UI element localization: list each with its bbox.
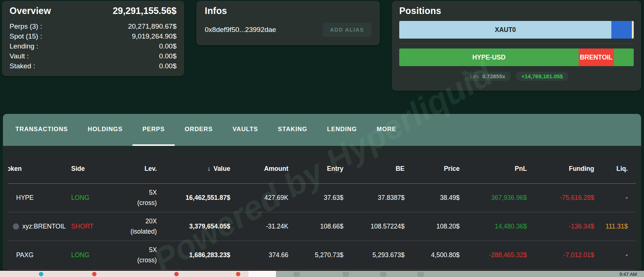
overview-label: Vault : (10, 51, 29, 61)
cell-pnl: 14,480.36$ (459, 223, 527, 230)
cell-be: 5,293.673$ (343, 251, 405, 259)
cell-leverage: 5X(cross) (111, 188, 157, 208)
table-header-row: Token Side Lev. ↓Value Amount Entry BE P… (8, 154, 636, 184)
cell-be: 108.57224$ (343, 223, 405, 230)
taskbar-app-icon[interactable] (380, 272, 386, 277)
taskbar-app-icon[interactable] (174, 272, 179, 276)
total-pnl-pill: +14,769,181.05$ (516, 72, 568, 81)
overview-value: 0.00$ (159, 51, 177, 61)
overview-title: Overview (10, 6, 51, 16)
leverage-pill: Lev.0.72855x (465, 72, 511, 81)
infos-card: Infos 0x8def9f50...23992dae ADD ALIAS (196, 1, 380, 45)
cell-liq: - (594, 251, 628, 259)
header-liq[interactable]: Liq. (594, 165, 628, 173)
taskbar-app-icon[interactable] (343, 272, 349, 277)
overview-rows: Perps (3) : 20,271,890.67$ Spot (15) : 9… (10, 21, 177, 71)
cell-pnl: -288,465.32$ (459, 251, 527, 259)
cell-leverage: 5X(cross) (111, 245, 157, 265)
taskbar-app-icon[interactable] (294, 272, 300, 277)
perps-allocation-bar: HYPE-USDBRENTOIL (399, 48, 634, 66)
overview-value: 0.00$ (159, 41, 177, 51)
taskbar-app-icon[interactable] (92, 272, 97, 276)
unnamed-bar-segment[interactable] (614, 48, 634, 66)
cell-amount: -31.24K (230, 223, 288, 230)
tab-lending[interactable]: LENDING (317, 114, 367, 146)
taskbar-right-segment: 9:47 AM (276, 271, 644, 277)
cell-value: 3,379,654.05$ (157, 223, 230, 230)
unnamed-bar-segment[interactable] (632, 21, 634, 39)
cell-entry: 37.63$ (288, 194, 343, 202)
cell-leverage: 20X(isolated) (111, 216, 157, 236)
wallet-address[interactable]: 0x8def9f50...23992dae (205, 26, 276, 34)
header-entry[interactable]: Entry (288, 165, 343, 173)
hype-usd-bar-segment[interactable]: HYPE-USD (399, 48, 579, 66)
overview-row-lending: Lending : 0.00$ (10, 41, 177, 51)
cell-price: 38.49$ (404, 194, 459, 202)
overview-label: Lending : (10, 41, 38, 51)
table-row-paxg[interactable]: PAXG LONG 5X(cross) 1,686,283.23$ 374.66… (8, 241, 636, 270)
overview-label: Staked : (10, 61, 35, 71)
perps-table-card: Token Side Lev. ↓Value Amount Entry BE P… (3, 146, 641, 277)
cell-side: SHORT (71, 223, 111, 230)
section-tabbar: TRANSACTIONS HOLDINGS PERPS ORDERS VAULT… (3, 114, 641, 146)
table-row-brentoil[interactable]: xyz:BRENTOIL SHORT 20X(isolated) 3,379,6… (8, 212, 636, 241)
header-be[interactable]: BE (343, 165, 405, 173)
cell-funding: -136.34$ (527, 223, 594, 230)
sort-descending-icon: ↓ (207, 165, 211, 172)
overview-row-vault: Vault : 0.00$ (10, 51, 177, 61)
cell-amount: 374.66 (230, 251, 288, 259)
tab-orders[interactable]: ORDERS (175, 114, 223, 146)
header-amount[interactable]: Amount (230, 165, 288, 173)
tab-holdings[interactable]: HOLDINGS (78, 114, 132, 146)
header-lev[interactable]: Lev. (111, 165, 157, 173)
taskbar-clock[interactable]: 9:47 AM (619, 271, 637, 277)
cell-side: LONG (71, 251, 111, 259)
table-row-hype[interactable]: HYPE LONG 5X(cross) 16,462,551.87$ 427.6… (8, 184, 636, 212)
perps-table: Token Side Lev. ↓Value Amount Entry BE P… (8, 154, 636, 277)
header-price[interactable]: Price (404, 165, 459, 173)
taskbar-left-segment (0, 271, 248, 277)
tab-transactions[interactable]: TRANSACTIONS (6, 114, 78, 146)
cell-token: xyz:BRENTOIL (16, 223, 71, 230)
positions-title: Positions (399, 6, 634, 16)
cell-entry: 108.66$ (288, 223, 343, 230)
cell-funding: -7,012.01$ (527, 251, 594, 259)
positions-card: Positions XAUT0 HYPE-USDBRENTOIL Lev.0.7… (392, 1, 641, 91)
positions-divider (399, 43, 634, 44)
leverage-value: 0.72855x (482, 73, 505, 79)
xaut0-bar-segment[interactable]: XAUT0 (399, 21, 611, 39)
header-side[interactable]: Side (71, 165, 111, 173)
unnamed-bar-segment[interactable] (611, 21, 632, 39)
cell-pnl: 367,936.96$ (459, 194, 527, 202)
infos-title: Infos (205, 6, 371, 16)
overview-row-staked: Staked : 0.00$ (10, 61, 177, 71)
cell-token: PAXG (16, 251, 71, 259)
header-pnl[interactable]: PnL (459, 165, 527, 173)
overview-value: 9,019,264.90$ (132, 31, 177, 41)
taskbar-app-icon[interactable] (39, 272, 43, 276)
taskbar-active-window[interactable] (248, 271, 276, 277)
header-funding[interactable]: Funding (527, 165, 594, 173)
cell-be: 37.8387$ (343, 194, 405, 202)
spot-allocation-bar: XAUT0 (399, 21, 634, 39)
tab-more[interactable]: MORE (367, 114, 407, 146)
taskbar-app-icon[interactable] (418, 272, 424, 277)
cell-token: HYPE (16, 194, 71, 202)
add-alias-button[interactable]: ADD ALIAS (323, 23, 371, 37)
header-token[interactable]: Token (16, 165, 71, 173)
overview-label: Perps (3) : (10, 21, 42, 31)
cell-liq: 111.31$ (594, 223, 628, 230)
cell-funding: -75,616.28$ (527, 194, 594, 202)
overview-row-spot: Spot (15) : 9,019,264.90$ (10, 31, 177, 41)
taskbar-app-icon[interactable] (236, 272, 240, 276)
header-value[interactable]: ↓Value (157, 165, 230, 173)
tab-staking[interactable]: STAKING (268, 114, 317, 146)
brentoil-bar-segment[interactable]: BRENTOIL (579, 48, 614, 66)
token-coin-icon (13, 223, 19, 230)
overview-label: Spot (15) : (10, 31, 42, 41)
overview-row-perps: Perps (3) : 20,271,890.67$ (10, 21, 177, 31)
overview-card: Overview 29,291,155.56$ Perps (3) : 20,2… (2, 1, 184, 76)
tab-perps[interactable]: PERPS (132, 114, 175, 146)
tab-vaults[interactable]: VAULTS (223, 114, 268, 146)
cell-liq: - (594, 194, 628, 202)
